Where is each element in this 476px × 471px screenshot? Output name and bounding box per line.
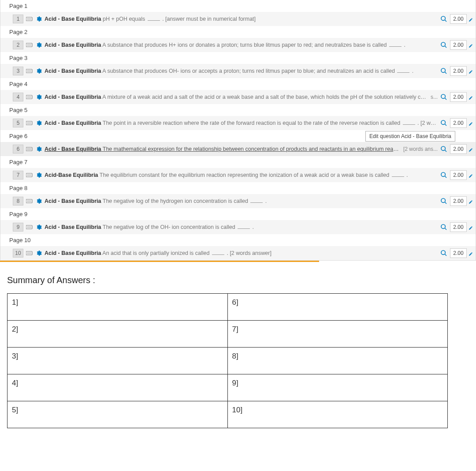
pencil-icon[interactable] [469, 121, 473, 125]
pencil-icon[interactable] [469, 17, 473, 21]
gear-icon[interactable] [36, 224, 42, 230]
svg-rect-9 [27, 70, 31, 72]
svg-line-15 [445, 98, 446, 100]
summary-cell: 6] [227, 294, 448, 321]
points-input[interactable]: 2.00 [450, 66, 467, 76]
gear-icon[interactable] [36, 250, 42, 256]
gear-icon[interactable] [36, 120, 42, 126]
question-row[interactable]: 4Acid - Base Equilibria A mixture of a w… [0, 90, 476, 104]
question-number[interactable]: 3 [13, 67, 23, 75]
magnify-icon[interactable] [440, 172, 447, 179]
question-number[interactable]: 4 [13, 93, 23, 101]
magnify-icon[interactable] [440, 67, 447, 75]
question-row[interactable]: 6Acid - Base Equilibria The mathematical… [0, 142, 476, 156]
points-input[interactable]: 2.00 [450, 144, 467, 154]
magnify-icon[interactable] [440, 198, 447, 205]
tag-icon[interactable] [26, 42, 33, 48]
pencil-icon[interactable] [469, 69, 473, 73]
summary-section: Summary of Answers : 1]6]2]7]3]8]4]9]5]1… [0, 262, 476, 437]
points-input[interactable]: 2.00 [450, 248, 467, 258]
points-input[interactable]: 2.00 [450, 40, 467, 50]
pencil-icon[interactable] [469, 147, 473, 151]
question-text[interactable]: Acid - Base Equilibria The negative log … [45, 198, 438, 204]
summary-cell: 4] [7, 374, 228, 401]
question-row[interactable]: 1Acid - Base Equilibria pH + pOH equals … [0, 12, 476, 26]
magnify-icon[interactable] [440, 250, 447, 257]
magnify-icon[interactable] [440, 41, 447, 49]
magnify-icon[interactable] [440, 15, 447, 22]
points-input[interactable]: 2.00 [450, 92, 467, 102]
points-input[interactable]: 2.00 [450, 222, 467, 232]
points-input[interactable]: 2.00 [450, 196, 467, 206]
question-text[interactable]: Acid - Base Equilibria The point in a re… [45, 120, 438, 126]
magnify-icon[interactable] [440, 93, 447, 101]
question-row[interactable]: 7Acid-Base Equilibria The equilibrium co… [0, 168, 476, 182]
tag-icon[interactable] [26, 68, 33, 74]
svg-point-38 [441, 250, 445, 254]
summary-cell: 9] [227, 374, 448, 401]
svg-rect-17 [27, 122, 31, 124]
gear-icon[interactable] [36, 146, 42, 152]
svg-line-11 [445, 72, 446, 74]
question-number[interactable]: 2 [13, 41, 23, 49]
question-row[interactable]: 5Acid - Base Equilibria The point in a r… [0, 116, 476, 130]
question-text[interactable]: Acid-Base Equilibria The equilibrium con… [45, 172, 438, 178]
pencil-icon[interactable] [469, 43, 473, 47]
tag-icon[interactable] [26, 224, 33, 230]
question-number[interactable]: 8 [13, 197, 23, 206]
summary-heading: Summary of Answers : [7, 275, 469, 285]
question-row[interactable]: 10Acid - Base Equilibria An acid that is… [0, 246, 476, 260]
magnify-icon[interactable] [440, 224, 447, 231]
svg-rect-33 [27, 226, 31, 228]
question-number[interactable]: 9 [13, 223, 23, 232]
question-text[interactable]: Acid - Base Equilibria A mixture of a we… [45, 94, 428, 100]
question-row[interactable]: 3Acid - Base Equilibria A substance that… [0, 64, 476, 78]
tag-icon[interactable] [26, 94, 33, 100]
gear-icon[interactable] [36, 94, 42, 100]
row-actions: 2.00 [440, 196, 473, 206]
pencil-icon[interactable] [469, 95, 473, 99]
question-number[interactable]: 5 [13, 119, 23, 127]
question-row[interactable]: 8Acid - Base Equilibria The negative log… [0, 194, 476, 208]
question-text[interactable]: Acid - Base Equilibria An acid that is o… [45, 250, 438, 256]
gear-icon[interactable] [36, 42, 42, 48]
tag-icon[interactable] [26, 146, 33, 152]
tag-icon[interactable] [26, 198, 33, 204]
gear-icon[interactable] [36, 68, 42, 74]
tag-icon[interactable] [26, 16, 33, 22]
svg-line-23 [445, 150, 446, 152]
question-number[interactable]: 6 [13, 145, 23, 153]
summary-cell: 10] [227, 401, 448, 428]
question-text[interactable]: Acid - Base Equilibria pH + pOH equals .… [45, 16, 438, 22]
question-text[interactable]: Acid - Base Equilibria A substance that … [45, 42, 438, 48]
question-text[interactable]: Acid - Base Equilibria The mathematical … [45, 146, 401, 152]
magnify-icon[interactable] [440, 146, 447, 153]
summary-table: 1]6]2]7]3]8]4]9]5]10] [7, 293, 448, 428]
page-label: Page 5 [0, 104, 476, 116]
summary-cell: 7] [227, 321, 448, 348]
summary-cell: 8] [227, 348, 448, 374]
pencil-icon[interactable] [469, 251, 473, 255]
question-text[interactable]: Acid - Base Equilibria A substance that … [45, 68, 438, 74]
svg-rect-29 [27, 200, 31, 202]
question-number[interactable]: 10 [13, 249, 23, 258]
question-text[interactable]: Acid - Base Equilibria The negative log … [45, 224, 438, 230]
question-row[interactable]: 2Acid - Base Equilibria A substance that… [0, 38, 476, 52]
question-number[interactable]: 1 [13, 15, 23, 23]
points-input[interactable]: 2.00 [450, 14, 467, 24]
gear-icon[interactable] [36, 16, 42, 22]
row-actions: [2 words ans...Edit question Acid - Base… [403, 144, 473, 154]
points-input[interactable]: 2.00 [450, 118, 467, 128]
question-number[interactable]: 7 [13, 171, 23, 179]
pencil-icon[interactable] [469, 173, 473, 177]
tag-icon[interactable] [26, 250, 33, 256]
pencil-icon[interactable] [469, 199, 473, 203]
pencil-icon[interactable] [469, 225, 473, 229]
points-input[interactable]: 2.00 [450, 170, 467, 180]
magnify-icon[interactable] [440, 120, 447, 127]
tag-icon[interactable] [26, 120, 33, 126]
gear-icon[interactable] [36, 172, 42, 178]
gear-icon[interactable] [36, 198, 42, 204]
question-row[interactable]: 9Acid - Base Equilibria The negative log… [0, 220, 476, 234]
tag-icon[interactable] [26, 172, 33, 178]
